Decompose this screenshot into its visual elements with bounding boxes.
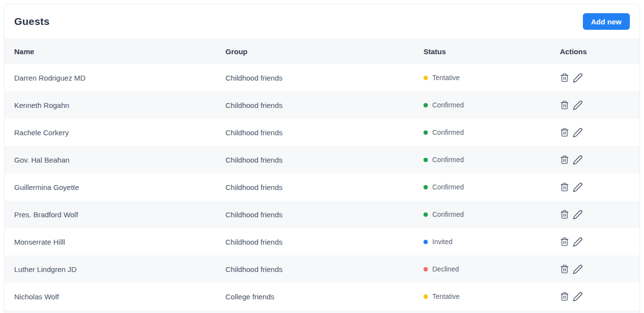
delete-button[interactable] [560,292,569,301]
table-row: Darren Rodriguez MD Childhood friends Te… [4,64,640,91]
edit-button[interactable] [573,209,583,220]
column-header-status: Status [423,39,560,64]
guest-name-cell: Pres. Bradford Wolf [4,201,225,228]
row-actions [560,292,640,302]
edit-button[interactable] [573,264,583,274]
edit-button[interactable] [573,155,583,165]
delete-button[interactable] [560,237,569,247]
guest-name-cell: Luther Lindgren JD [4,255,225,283]
status-badge: Tentative [423,292,560,300]
card-header: Guests Add new [4,4,640,39]
guest-group: College friends [225,292,274,301]
column-header-actions: Actions [560,39,640,64]
status-label: Confirmed [432,101,464,109]
guest-name: Luther Lindgren JD [14,265,77,273]
table-header-row: Name Group Status Actions [4,39,640,64]
guest-name: Rachele Corkery [14,128,69,137]
pencil-icon [573,237,583,247]
edit-button[interactable] [573,237,583,247]
edit-button[interactable] [573,100,583,110]
table-row: Kenneth Rogahn Childhood friends Confirm… [4,91,640,119]
status-dot-icon [423,158,428,162]
row-actions [560,127,640,138]
delete-button[interactable] [560,100,569,110]
delete-button[interactable] [560,127,569,137]
delete-button[interactable] [560,264,569,274]
pencil-icon [573,100,583,110]
guest-name: Guillermina Goyette [14,183,79,191]
guest-group-cell: Childhood friends [225,255,423,283]
column-header-name: Name [4,39,225,64]
table-row: Monserrate Hilll Childhood friends Invit… [4,228,640,255]
guest-name-cell: Darren Rodriguez MD [4,64,225,91]
guest-name-cell: Nicholas Wolf [4,283,225,310]
status-dot-icon [423,212,428,217]
guest-group: Childhood friends [225,74,283,82]
status-label: Confirmed [432,210,464,218]
status-label: Declined [432,265,459,273]
guest-group-cell: Childhood friends [225,201,423,228]
edit-button[interactable] [573,73,583,83]
guest-group-cell: Childhood friends [225,146,423,173]
delete-button[interactable] [560,182,569,192]
row-actions [560,237,640,247]
guest-group: Childhood friends [225,210,283,219]
guest-group-cell: Childhood friends [225,91,423,119]
delete-button[interactable] [560,155,569,165]
trash-icon [560,127,569,137]
trash-icon [560,182,569,192]
table-row: Rachele Corkery Childhood friends Confir… [4,119,640,146]
table-row: Pres. Bradford Wolf Childhood friends Co… [4,201,640,228]
guests-card: Guests Add new Name Group Status Actions… [4,4,640,313]
status-dot-icon [423,76,428,80]
guest-group: Childhood friends [225,156,283,164]
status-label: Confirmed [432,156,464,164]
status-badge: Confirmed [423,210,560,218]
row-actions [560,264,640,274]
pencil-icon [573,264,583,274]
status-label: Confirmed [432,183,464,191]
row-actions [560,73,640,83]
guest-group: Childhood friends [225,238,283,246]
trash-icon [560,209,569,219]
guest-group-cell: Childhood friends [225,64,423,91]
pencil-icon [573,127,583,138]
delete-button[interactable] [560,209,569,219]
guest-group: Childhood friends [225,265,283,273]
pencil-icon [573,155,583,165]
add-new-button[interactable]: Add new [583,13,630,30]
guest-name-cell: Kenneth Rogahn [4,91,225,119]
status-badge: Invited [423,238,560,246]
status-dot-icon [423,240,428,244]
trash-icon [560,264,569,274]
edit-button[interactable] [573,292,583,302]
table-row: Nicholas Wolf College friends Tentative [4,283,640,310]
pencil-icon [573,182,583,192]
row-actions [560,100,640,110]
row-actions [560,209,640,220]
guest-group-cell: Childhood friends [225,119,423,146]
guest-name: Nicholas Wolf [14,292,59,301]
edit-button[interactable] [573,127,583,138]
edit-button[interactable] [573,182,583,192]
guest-name: Monserrate Hilll [14,238,65,246]
trash-icon [560,292,569,301]
table-row-partial [4,310,640,313]
status-dot-icon [423,130,428,135]
guest-name: Darren Rodriguez MD [14,74,86,82]
guest-name: Gov. Hal Beahan [14,156,69,164]
guest-name-cell: Monserrate Hilll [4,228,225,255]
delete-button[interactable] [560,73,569,83]
status-label: Tentative [432,292,460,300]
status-badge: Confirmed [423,183,560,191]
guest-name: Pres. Bradford Wolf [14,210,78,219]
status-badge: Confirmed [423,128,560,136]
guests-table: Name Group Status Actions Darren Rodrigu… [4,39,640,313]
guest-group: Childhood friends [225,101,283,109]
status-dot-icon [423,294,428,299]
pencil-icon [573,209,583,220]
table-row: Gov. Hal Beahan Childhood friends Confir… [4,146,640,173]
guest-group: Childhood friends [225,128,283,137]
status-badge: Declined [423,265,560,273]
table-row: Luther Lindgren JD Childhood friends Dec… [4,255,640,283]
